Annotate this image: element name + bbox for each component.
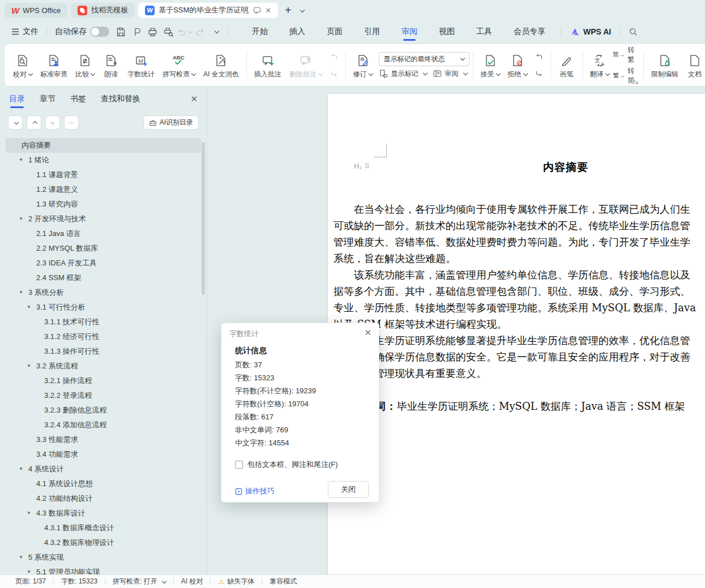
restrict-editing-button[interactable]: 限制编辑 — [647, 49, 682, 81]
toc-item[interactable]: 3.2.4 添加信息流程 — [6, 418, 201, 432]
ai-proofread-indicator[interactable]: AI 校对 — [174, 577, 211, 586]
toc-item[interactable]: 4.3.2 数据库物理设计 — [6, 535, 201, 550]
toc-item[interactable]: ▼4.3 数据库设计 — [6, 506, 201, 521]
doc-text-line[interactable]: 可或缺的一部分。新技术的出现常能弥补老技术的不足。传统毕业生学历信息管 — [334, 217, 705, 234]
sidebar-scrollbar[interactable] — [202, 142, 205, 295]
collapse-arrow-icon[interactable]: ▼ — [19, 212, 23, 226]
menu-tab[interactable]: 工具 — [465, 20, 503, 43]
toc-item[interactable]: ▼4 系统设计 — [6, 462, 201, 477]
reject-change-button[interactable]: 拒绝 — [504, 49, 531, 81]
more-commands-button[interactable] — [208, 24, 224, 39]
doc-text-line[interactable]: 在当今社会，各行业均倾向于使用专属软件开展工作，互联网已成为人们生 — [334, 201, 705, 217]
show-markup-button[interactable]: 显示标记 — [379, 69, 427, 79]
save-button[interactable] — [113, 24, 129, 39]
toc-item[interactable]: 3.4 功能需求 — [6, 447, 201, 462]
search-icon[interactable] — [625, 24, 641, 39]
doc-body[interactable]: 在当今社会，各行业均倾向于使用专属软件开展工作，互联网已成为人们生可或缺的一部分… — [334, 201, 705, 381]
collapse-arrow-icon[interactable]: ▼ — [19, 153, 23, 168]
tips-link[interactable]: 操作技巧 — [235, 486, 275, 496]
dialog-close-button[interactable]: 关闭 — [328, 481, 369, 498]
insert-comment-button[interactable]: 插入批注 — [250, 49, 285, 81]
menu-tab[interactable]: 插入 — [279, 20, 316, 43]
toc-item[interactable]: 3.1.3 操作可行性 — [6, 344, 201, 359]
spell-check-indicator[interactable]: 拼写检查: 打开 — [105, 577, 173, 586]
toc-item[interactable]: 3.2.1 操作流程 — [6, 374, 201, 388]
group-expander-icon[interactable] — [634, 80, 639, 85]
doc-text-line[interactable]: 程，同时确保学历信息数据的安全。它是一款可靠且安全的应用程序，对于改善 — [334, 349, 705, 365]
checkbox-icon[interactable] — [235, 461, 243, 469]
translate-button[interactable]: 文A 翻译 — [587, 49, 613, 81]
doc-text-line[interactable]: 毕业生学历证明系统能够显著提升毕业生学历信息管理的效率，优化信息管 — [334, 332, 705, 349]
markup-state-select[interactable]: 显示标记的最终状态 — [379, 52, 469, 66]
document-permission-button[interactable]: 文档 — [682, 49, 705, 81]
tab-current-document[interactable]: W 基于SSM的毕业生学历证明系 ✕ — [138, 3, 278, 18]
toc-item[interactable]: 3.1.2 经济可行性 — [6, 329, 201, 344]
collapse-heading-button[interactable] — [8, 115, 23, 130]
autosave-control[interactable]: 自动保存 — [52, 27, 113, 37]
keywords-line[interactable]: 关键词：毕业生学历证明系统；MySQL 数据库；Java 语言；SSM 框架 — [334, 398, 685, 414]
print-button[interactable] — [144, 24, 160, 39]
word-count-indicator[interactable]: 字数: 15323 — [54, 577, 105, 586]
toc-item[interactable]: 4.2 功能结构设计 — [6, 491, 201, 506]
close-sidebar-icon[interactable]: ✕ — [190, 94, 198, 104]
undo-button[interactable] — [176, 24, 192, 39]
promote-heading-button[interactable]: + — [45, 115, 60, 130]
include-footnotes-checkbox[interactable]: 包括文本框、脚注和尾注(F) — [235, 460, 338, 470]
sidebar-tab[interactable]: 章节 — [40, 88, 55, 110]
export-pdf-button[interactable] — [129, 24, 144, 39]
toc-item[interactable]: 2.2 MYSQL 数据库 — [6, 241, 201, 256]
new-tab-button[interactable]: + — [281, 4, 295, 17]
proofread-button[interactable]: 校对 — [9, 49, 36, 81]
toc-item[interactable]: 3.1.1 技术可行性 — [6, 315, 201, 329]
document-title[interactable]: 内容摘要 — [334, 160, 705, 175]
tab-wps-office[interactable]: W WPS Office — [5, 3, 67, 18]
print-preview-button[interactable] — [160, 24, 176, 39]
tab-docer-templates[interactable]: 找稻壳模板 — [71, 3, 135, 18]
tab-list-chevron-icon[interactable] — [298, 6, 304, 15]
ai-polish-button[interactable]: AI 全文润色 — [199, 49, 243, 81]
menu-tab[interactable]: 页面 — [316, 20, 353, 43]
toc-item[interactable]: ▼5 系统实现 — [6, 550, 201, 565]
sidebar-tab[interactable]: 书签 — [70, 88, 86, 110]
ink-brush-button[interactable]: 画笔 — [554, 49, 579, 81]
chat-bubble-icon[interactable] — [253, 6, 261, 14]
doc-text-line[interactable]: 专业、学历性质、转接地类型等多项管理功能。系统采用 MySQL 数据库、Java — [334, 299, 705, 316]
missing-font-indicator[interactable]: ⚠缺失字体 — [211, 577, 262, 586]
doc-text-line[interactable]: 以及 SSM 框架等技术进行编程实现。 — [334, 316, 705, 332]
compatibility-mode-indicator[interactable]: 兼容模式 — [262, 577, 304, 586]
doc-text-line[interactable]: 学历信息管理现状具有重要意义。 — [334, 365, 705, 381]
menu-tab[interactable]: 开始 — [241, 20, 279, 43]
wps-ai-button[interactable]: WPS AI — [566, 27, 616, 37]
toc-item[interactable]: 1.2 课题意义 — [6, 182, 201, 197]
toc-item[interactable]: 1.3 研究内容 — [6, 197, 201, 212]
document-page[interactable]: H₁ ⠿ 内容摘要 在当今社会，各行业均倾向于使用专属软件开展工作，互联网已成为… — [328, 94, 705, 574]
toc-item[interactable]: 3.3 性能需求 — [6, 432, 201, 447]
toc-item[interactable]: 2.1 Java 语言 — [6, 226, 201, 241]
sidebar-tab[interactable]: 目录 — [9, 88, 25, 110]
toc-item[interactable]: 内容摘要 — [6, 138, 201, 153]
toc-item[interactable]: ▼3.1 可行性分析 — [6, 300, 201, 315]
demote-heading-button[interactable]: − — [64, 115, 79, 130]
review-pane-button[interactable]: 审阅 — [433, 69, 467, 79]
autosave-toggle[interactable] — [90, 27, 109, 37]
toc-item[interactable]: 2.4 SSM 框架 — [6, 271, 201, 285]
toc-item[interactable]: 3.2.3 删除信息流程 — [6, 403, 201, 418]
menu-tab[interactable]: 会员专享 — [503, 20, 556, 43]
toc-item[interactable]: 4.1 系统设计思想 — [6, 477, 201, 491]
doc-text-line[interactable]: 系统，旨在解决这些难题。 — [334, 250, 705, 267]
menu-tab[interactable]: 视图 — [428, 20, 465, 43]
toc-item[interactable]: 2.3 IDEA 开发工具 — [6, 256, 201, 271]
redo-button[interactable] — [192, 24, 208, 39]
collapse-arrow-icon[interactable]: ▼ — [27, 359, 31, 374]
accept-change-button[interactable]: 接受 — [477, 49, 504, 81]
collapse-arrow-icon[interactable]: ▼ — [27, 300, 31, 315]
to-traditional-button[interactable]: 简→ 转繁 — [613, 45, 640, 65]
word-count-button[interactable]: 12 字数统计 — [123, 49, 159, 81]
read-aloud-button[interactable]: 朗读 — [99, 49, 123, 81]
ai-recognize-toc-button[interactable]: AI识别目录 — [143, 115, 199, 130]
doc-text-line[interactable]: 该系统功能丰富，涵盖管理用户签约单位信息、学历信息、转接地信息以及 — [334, 267, 705, 283]
close-dialog-icon[interactable]: ✕ — [364, 328, 371, 338]
previous-change-button[interactable] — [532, 51, 546, 64]
expand-heading-button[interactable] — [27, 115, 41, 130]
standard-review-button[interactable]: 标准审查 — [36, 49, 71, 81]
